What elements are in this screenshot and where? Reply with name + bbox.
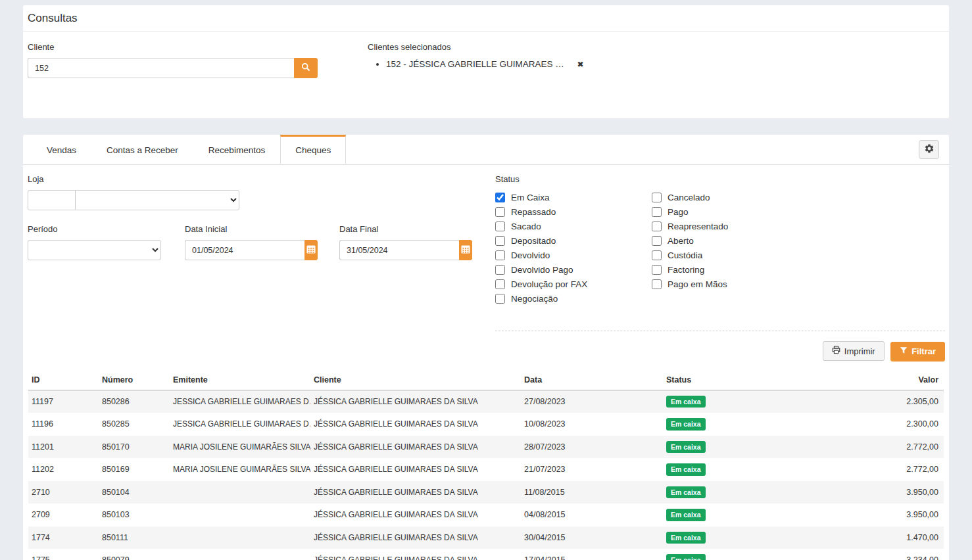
status-checkbox-repassado[interactable]: Repassado: [495, 204, 652, 219]
checkbox[interactable]: [495, 193, 505, 202]
status-badge: Em caixa: [666, 532, 706, 544]
table-row[interactable]: 2709 850103 JÉSSICA GABRIELLE GUIMARAES …: [28, 503, 944, 526]
checkbox[interactable]: [652, 193, 662, 202]
tab-vendas[interactable]: Vendas: [32, 135, 91, 164]
tab-bar: Vendas Contas a Receber Recebimentos Che…: [23, 135, 949, 165]
clientes-selecionados-group: Clientes selecionados 152 - JÉSSICA GABR…: [368, 42, 584, 78]
status-checkbox-cancelado[interactable]: Cancelado: [652, 190, 808, 204]
cliente-label: Cliente: [28, 42, 340, 52]
loja-code-input[interactable]: [28, 190, 76, 210]
cliente-search-button[interactable]: [294, 58, 318, 78]
cliente-search-input[interactable]: [28, 58, 294, 78]
status-checkbox-negociacao[interactable]: Negociação: [495, 291, 652, 306]
table-row[interactable]: 11196 850285 JESSICA GABRIELLE GUIMARAES…: [28, 413, 944, 436]
tabs-panel-card: Vendas Contas a Receber Recebimentos Che…: [23, 135, 949, 560]
checkbox[interactable]: [495, 294, 505, 304]
filtrar-button[interactable]: Filtrar: [890, 342, 945, 362]
search-icon: [301, 62, 310, 74]
data-final-label: Data Final: [339, 224, 472, 234]
tab-contas-a-receber[interactable]: Contas a Receber: [91, 135, 193, 164]
status-checkbox-pago[interactable]: Pago: [652, 204, 808, 219]
table-row[interactable]: 11202 850169 MARIA JOSILENE GUIMARÃES SI…: [28, 458, 944, 481]
selected-client-item: 152 - JÉSSICA GABRIELLE GUIMARAES … ✖: [386, 58, 584, 71]
status-column-1: Em Caixa Repassado Sacado Depositado Dev…: [495, 190, 652, 306]
status-checkbox-depositado[interactable]: Depositado: [495, 233, 652, 248]
imprimir-button[interactable]: Imprimir: [823, 341, 885, 361]
column-header-numero: Número: [99, 370, 170, 390]
page-title: Consultas: [23, 5, 949, 32]
actions-row: Imprimir Filtrar: [495, 331, 945, 362]
status-badge: Em caixa: [666, 509, 706, 521]
table-row[interactable]: 2710 850104 JÉSSICA GABRIELLE GUIMARAES …: [28, 481, 944, 504]
filter-right-column: Status Em Caixa Repassado Sacado Deposit…: [485, 174, 945, 362]
clientes-selecionados-label: Clientes selecionados: [368, 42, 584, 52]
table-row[interactable]: 1775 850079 JÉSSICA GABRIELLE GUIMARAES …: [28, 549, 944, 560]
status-checkbox-factoring[interactable]: Factoring: [652, 262, 808, 277]
data-inicial-calendar-button[interactable]: [304, 240, 318, 260]
table-row[interactable]: 11197 850286 JESSICA GABRIELLE GUIMARAES…: [28, 390, 944, 413]
status-checkbox-pago-em-maos[interactable]: Pago em Mãos: [652, 277, 808, 291]
status-checkbox-devolvido[interactable]: Devolvido: [495, 248, 652, 262]
filter-area: Loja Período Data Inicial: [23, 165, 949, 362]
status-badge: Em caixa: [666, 554, 706, 560]
checkbox[interactable]: [652, 207, 662, 217]
table-header-row: ID Número Emitente Cliente Data Status V…: [28, 370, 944, 390]
settings-button[interactable]: [919, 140, 939, 159]
status-checkbox-custodia[interactable]: Custódia: [652, 248, 808, 262]
checkbox[interactable]: [652, 236, 662, 246]
table-row[interactable]: 1774 850111 JÉSSICA GABRIELLE GUIMARAES …: [28, 526, 944, 549]
gear-icon: [924, 143, 935, 156]
remove-client-icon[interactable]: ✖: [577, 60, 584, 69]
periodo-field-group: Período: [28, 224, 185, 260]
status-badge: Em caixa: [666, 486, 706, 499]
checkbox[interactable]: [495, 207, 505, 217]
table-row[interactable]: 11201 850170 MARIA JOSILENE GUIMARÃES SI…: [28, 436, 944, 459]
status-checkbox-em-caixa[interactable]: Em Caixa: [495, 190, 652, 204]
printer-icon: [832, 346, 840, 356]
status-checkbox-sacado[interactable]: Sacado: [495, 219, 652, 233]
tab-recebimentos[interactable]: Recebimentos: [193, 135, 280, 164]
column-header-data: Data: [521, 370, 663, 390]
cliente-field-group: Cliente: [28, 42, 340, 78]
filter-funnel-icon: [900, 346, 908, 356]
column-header-status: Status: [663, 370, 804, 390]
loja-select[interactable]: [75, 190, 239, 210]
checkbox[interactable]: [495, 265, 505, 275]
periodo-select[interactable]: [28, 240, 161, 260]
consultas-card: Consultas Cliente Clientes selecionados …: [23, 5, 949, 118]
column-header-emitente: Emitente: [170, 370, 310, 390]
status-badge: Em caixa: [666, 463, 706, 476]
status-checkbox-reapresentado[interactable]: Reapresentado: [652, 219, 808, 233]
data-inicial-input[interactable]: [185, 240, 304, 260]
tab-cheques[interactable]: Cheques: [280, 135, 346, 164]
consultas-body: Cliente Clientes selecionados 152 - JÉSS…: [23, 32, 949, 85]
column-header-cliente: Cliente: [310, 370, 521, 390]
selected-client-text: 152 - JÉSSICA GABRIELLE GUIMARAES …: [386, 59, 564, 69]
data-inicial-field-group: Data Inicial: [185, 224, 339, 260]
status-badge: Em caixa: [666, 441, 706, 454]
status-checkbox-devolvido-pago[interactable]: Devolvido Pago: [495, 262, 652, 277]
status-checkbox-devolucao-por-fax[interactable]: Devolução por FAX: [495, 277, 652, 291]
results-table: ID Número Emitente Cliente Data Status V…: [28, 370, 944, 560]
status-badge: Em caixa: [666, 418, 706, 431]
checkbox[interactable]: [652, 265, 662, 275]
selected-clients-list: 152 - JÉSSICA GABRIELLE GUIMARAES … ✖: [368, 58, 584, 71]
periodo-label: Período: [28, 224, 185, 234]
data-final-input[interactable]: [339, 240, 459, 260]
checkbox[interactable]: [652, 222, 662, 231]
status-badge: Em caixa: [666, 396, 706, 408]
checkbox[interactable]: [652, 279, 662, 289]
calendar-icon: [306, 245, 316, 256]
checkbox[interactable]: [652, 250, 662, 260]
results-table-wrap: ID Número Emitente Cliente Data Status V…: [28, 370, 944, 560]
checkbox[interactable]: [495, 250, 505, 260]
checkbox[interactable]: [495, 222, 505, 231]
data-final-calendar-button[interactable]: [459, 240, 472, 260]
column-header-valor: Valor: [804, 370, 944, 390]
status-label: Status: [495, 174, 945, 184]
column-header-id: ID: [28, 370, 99, 390]
checkbox[interactable]: [495, 279, 505, 289]
checkbox[interactable]: [495, 236, 505, 246]
filter-left-column: Loja Período Data Inicial: [23, 174, 485, 362]
status-checkbox-aberto[interactable]: Aberto: [652, 233, 808, 248]
